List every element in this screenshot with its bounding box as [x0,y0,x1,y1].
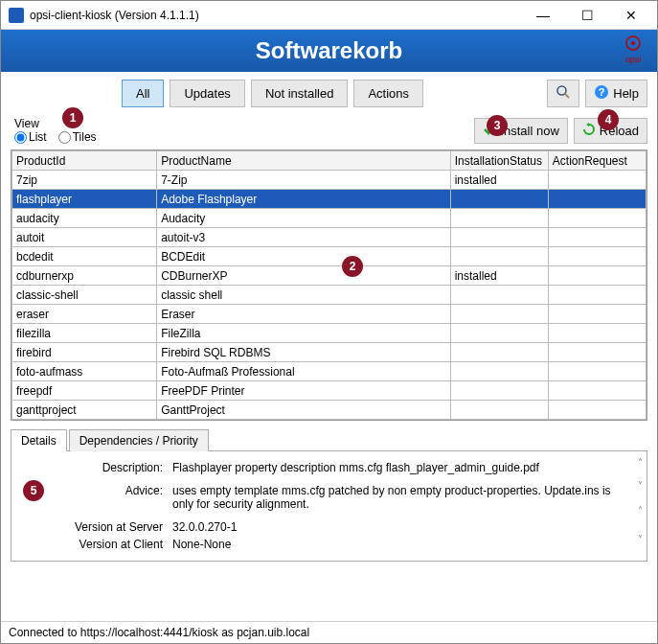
close-button[interactable]: ✕ [609,1,653,30]
cell-name[interactable]: Firebird SQL RDBMS [157,343,450,362]
annotation-5: 5 [23,480,44,501]
scroll-up-icon[interactable]: ˄ [638,505,643,516]
filter-notinstalled-button[interactable]: Not installed [251,80,349,107]
cell-status[interactable] [450,401,548,420]
cell-status[interactable] [450,247,548,266]
table-row[interactable]: bcdeditBCDEdit [12,247,647,266]
cell-req[interactable] [548,305,646,324]
cell-status[interactable]: installed [450,266,548,286]
filter-toolbar: All Updates Not installed Actions ? Help [1,72,657,115]
cell-status[interactable] [450,305,548,324]
app-icon [9,8,24,23]
table-row[interactable]: firebirdFirebird SQL RDBMS [12,343,647,362]
minimize-button[interactable]: — [521,1,565,30]
cell-id[interactable]: foto-aufmass [12,362,157,381]
cell-req[interactable] [548,401,646,420]
cell-id[interactable]: bcdedit [12,247,157,266]
cell-name[interactable]: classic shell [157,286,450,305]
tab-dependencies[interactable]: Dependencies / Priority [69,429,209,451]
cell-name[interactable]: BCDEdit [157,247,450,266]
cell-id[interactable]: 7zip [12,171,157,190]
cell-req[interactable] [548,228,646,247]
cell-status[interactable] [450,209,548,228]
table-row[interactable]: freepdfFreePDF Printer [12,381,647,401]
table-row[interactable]: eraserEraser [12,305,647,324]
cell-name[interactable]: Audacity [157,209,450,228]
cell-name[interactable]: autoit-v3 [157,228,450,247]
col-productid[interactable]: ProductId [12,151,157,171]
cell-req[interactable] [548,324,646,343]
view-tiles-radio[interactable]: Tiles [58,130,97,144]
cell-status[interactable] [450,381,548,401]
cell-status[interactable] [450,324,548,343]
reload-icon [582,123,596,139]
filter-actions-button[interactable]: Actions [353,80,423,107]
cell-name[interactable]: FileZilla [157,324,450,343]
cell-req[interactable] [548,286,646,305]
table-row[interactable]: 7zip7-Zipinstalled [12,171,647,190]
table-row[interactable]: classic-shellclassic shell [12,286,647,305]
table-row[interactable]: ganttprojectGanttProject [12,401,647,420]
cell-id[interactable]: eraser [12,305,157,324]
scroll-up-icon[interactable]: ˄ [638,457,643,468]
cell-name[interactable]: Foto-Aufmaß Professional [157,362,450,381]
svg-point-1 [631,41,635,45]
opsi-logo: opsi [615,32,651,68]
scroll-down-icon[interactable]: ˅ [638,534,643,544]
cell-status[interactable] [450,190,548,209]
cell-name[interactable]: 7-Zip [157,171,450,190]
cell-id[interactable]: filezilla [12,324,157,343]
tab-details[interactable]: Details [11,429,67,451]
cell-status[interactable] [450,228,548,247]
help-icon: ? [594,84,609,103]
cell-status[interactable] [450,343,548,362]
cell-req[interactable] [548,190,646,209]
filter-updates-button[interactable]: Updates [170,80,244,107]
svg-line-3 [565,94,569,98]
cell-name[interactable]: CDBurnerXP [157,266,450,286]
view-list-radio[interactable]: List [14,130,47,144]
cell-name[interactable]: FreePDF Printer [157,381,450,401]
table-row[interactable]: filezillaFileZilla [12,324,647,343]
search-button[interactable] [547,80,579,107]
cell-req[interactable] [548,381,646,401]
cell-req[interactable] [548,343,646,362]
col-productname[interactable]: ProductName [157,151,450,171]
value-vserver: 32.0.0.270-1 [172,520,639,534]
titlebar[interactable]: opsi-client-kiosk (Version 4.1.1.1) — ☐ … [1,1,657,30]
cell-req[interactable] [548,247,646,266]
table-row[interactable]: cdburnerxpCDBurnerXPinstalled [12,266,647,286]
cell-req[interactable] [548,266,646,286]
maximize-button[interactable]: ☐ [565,1,609,30]
window-title: opsi-client-kiosk (Version 4.1.1.1) [30,9,521,22]
scroll-down-icon[interactable]: ˅ [638,480,643,491]
cell-id[interactable]: flashplayer [12,190,157,209]
cell-name[interactable]: GanttProject [157,401,450,420]
cell-name[interactable]: Eraser [157,305,450,324]
cell-req[interactable] [548,209,646,228]
cell-id[interactable]: autoit [12,228,157,247]
cell-id[interactable]: cdburnerxp [12,266,157,286]
cell-req[interactable] [548,171,646,190]
cell-id[interactable]: freepdf [12,381,157,401]
cell-id[interactable]: ganttproject [12,401,157,420]
col-request[interactable]: ActionRequest [548,151,646,171]
table-row[interactable]: audacityAudacity [12,209,647,228]
help-button[interactable]: ? Help [585,80,647,107]
cell-status[interactable]: installed [450,171,548,190]
cell-id[interactable]: audacity [12,209,157,228]
table-row[interactable]: flashplayerAdobe Flashplayer [12,190,647,209]
table-row[interactable]: autoitautoit-v3 [12,228,647,247]
table-row[interactable]: foto-aufmassFoto-Aufmaß Professional [12,362,647,381]
product-table[interactable]: 2 ProductId ProductName InstallationStat… [11,150,647,421]
svg-point-2 [557,86,566,95]
cell-id[interactable]: classic-shell [12,286,157,305]
cell-name[interactable]: Adobe Flashplayer [157,190,450,209]
cell-status[interactable] [450,362,548,381]
cell-req[interactable] [548,362,646,381]
cell-status[interactable] [450,286,548,305]
filter-all-button[interactable]: All [122,80,164,107]
col-status[interactable]: InstallationStatus [450,151,548,171]
table-header-row[interactable]: ProductId ProductName InstallationStatus… [12,151,647,171]
cell-id[interactable]: firebird [12,343,157,362]
